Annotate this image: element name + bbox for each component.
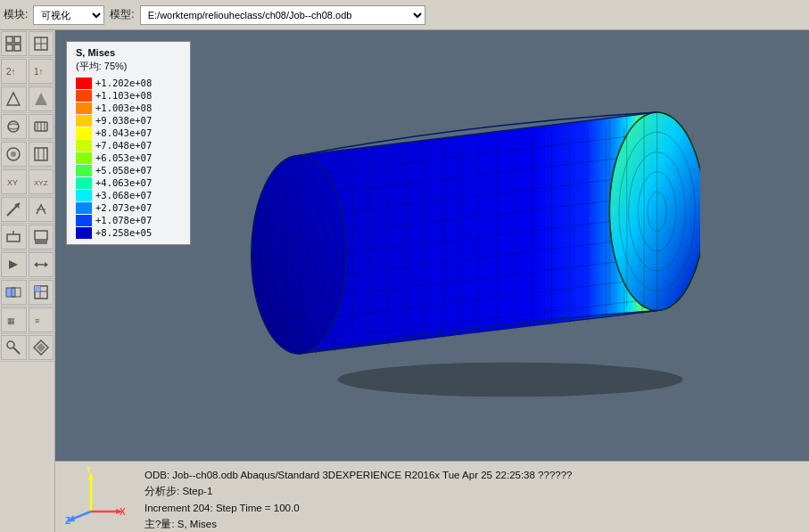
legend-color-swatch	[76, 190, 92, 201]
model-label: 模型:	[110, 7, 134, 22]
legend-entry: +4.063e+07	[76, 176, 181, 189]
legend-value-label: +8.258e+05	[95, 227, 152, 238]
legend-color-swatch	[76, 140, 92, 151]
tool-btn-12[interactable]: XYZ	[29, 169, 54, 194]
legend-value-label: +7.048e+07	[95, 140, 152, 151]
legend-value-label: +3.068e+07	[95, 190, 152, 201]
tool-btn-10[interactable]	[29, 142, 54, 167]
legend-entry: +1.202e+08	[76, 77, 181, 89]
svg-text:X: X	[120, 507, 126, 517]
legend-color-swatch	[76, 102, 92, 114]
svg-text:Y: Y	[86, 467, 92, 474]
cylinder-left-end	[251, 155, 345, 354]
legend-color-swatch	[76, 78, 92, 89]
cylinder-svg	[165, 86, 700, 406]
svg-marker-31	[9, 260, 18, 269]
svg-point-43	[7, 341, 14, 348]
info-text-block: ODB: Job--ch08.odb Abaqus/Standard 3DEXP…	[144, 467, 800, 532]
tool-btn-16[interactable]	[29, 225, 54, 250]
svg-marker-9	[7, 93, 20, 105]
legend-value-label: +5.058e+07	[95, 165, 152, 176]
viewport[interactable]: S, Mises (平均: 75%) +1.202e+08+1.103e+08+…	[55, 30, 809, 532]
tool-btn-13[interactable]	[1, 197, 27, 222]
legend-subtitle: (平均: 75%)	[76, 60, 181, 73]
svg-text:XYZ: XYZ	[34, 179, 48, 187]
svg-rect-19	[35, 148, 47, 160]
svg-text:XY: XY	[7, 178, 18, 187]
color-bar: +1.202e+08+1.103e+08+1.003e+08+9.038e+07…	[76, 77, 181, 239]
svg-marker-34	[34, 262, 37, 267]
legend-color-swatch	[76, 215, 92, 226]
tool-btn-17[interactable]	[1, 252, 27, 277]
tool-btn-5[interactable]	[1, 86, 27, 111]
cylinder-body	[299, 112, 657, 354]
tool-btn-4[interactable]: 1↑	[29, 59, 54, 84]
svg-rect-0	[6, 37, 12, 43]
tool-btn-22[interactable]: ≡	[29, 307, 54, 332]
tool-btn-23[interactable]	[1, 335, 27, 360]
tool-btn-3[interactable]: 2↑	[1, 59, 27, 84]
tool-btn-14[interactable]	[29, 197, 54, 222]
svg-rect-1	[14, 37, 21, 43]
legend-color-swatch	[76, 165, 92, 176]
svg-rect-28	[35, 231, 47, 240]
svg-rect-26	[7, 234, 20, 241]
tool-btn-11[interactable]: XY	[1, 169, 27, 194]
info-line-3: Increment 204: Step Time = 100.0	[144, 500, 800, 516]
legend-value-label: +2.073e+07	[95, 202, 152, 213]
svg-text:▦: ▦	[7, 316, 15, 325]
left-toolbar: 2↑ 1↑	[0, 30, 55, 532]
svg-rect-35	[6, 288, 15, 297]
svg-point-48	[337, 362, 682, 397]
axes-indicator: Y Z X	[64, 467, 127, 525]
tool-btn-20[interactable]	[29, 280, 54, 305]
model-select[interactable]: E:/worktemp/reliouheclass/ch08/Job--ch08…	[140, 5, 425, 25]
tool-btn-15[interactable]	[1, 225, 27, 250]
tool-btn-18[interactable]	[29, 252, 54, 277]
tool-btn-2[interactable]	[29, 31, 54, 56]
svg-marker-10	[35, 93, 47, 105]
tool-btn-24[interactable]	[29, 335, 54, 360]
tool-btn-1[interactable]	[1, 31, 27, 56]
tool-btn-8[interactable]	[29, 114, 54, 139]
legend-value-label: +9.038e+07	[95, 115, 152, 126]
legend-entry: +1.003e+08	[76, 102, 181, 114]
legend-entry: +2.073e+07	[76, 201, 181, 214]
legend-value-label: +1.103e+08	[95, 90, 152, 101]
tool-btn-7[interactable]	[1, 114, 27, 139]
svg-rect-40	[35, 286, 40, 291]
svg-line-44	[13, 348, 20, 354]
svg-rect-3	[14, 45, 21, 51]
module-select[interactable]: 可视化	[33, 5, 104, 25]
module-label: 模块:	[4, 7, 28, 22]
svg-text:2↑: 2↑	[6, 67, 16, 77]
legend-box: S, Mises (平均: 75%) +1.202e+08+1.103e+08+…	[66, 41, 191, 245]
svg-point-12	[8, 124, 19, 129]
legend-entry: +8.043e+07	[76, 127, 181, 139]
main-area: 2↑ 1↑	[0, 30, 809, 532]
tool-btn-19[interactable]	[1, 280, 27, 305]
legend-entry: +3.068e+07	[76, 189, 181, 201]
tool-btn-9[interactable]	[1, 142, 27, 167]
legend-color-swatch	[76, 127, 92, 139]
legend-color-swatch	[76, 227, 92, 239]
legend-entry: +8.258e+05	[76, 226, 181, 239]
legend-entry: +1.078e+07	[76, 214, 181, 226]
svg-point-18	[11, 151, 16, 157]
legend-color-swatch	[76, 177, 92, 189]
legend-value-label: +8.043e+07	[95, 127, 152, 138]
top-toolbar: 模块: 可视化 模型: E:/worktemp/reliouheclass/ch…	[0, 0, 809, 30]
tool-btn-21[interactable]: ▦	[1, 307, 27, 332]
info-line-1: ODB: Job--ch08.odb Abaqus/Standard 3DEXP…	[144, 467, 800, 483]
legend-entry: +6.053e+07	[76, 151, 181, 164]
tool-btn-6[interactable]	[29, 86, 54, 111]
legend-value-label: +1.003e+08	[95, 102, 152, 113]
legend-entry: +1.103e+08	[76, 89, 181, 102]
cylinder-right-end	[609, 112, 700, 311]
svg-point-11	[8, 121, 19, 132]
legend-color-swatch	[76, 202, 92, 214]
svg-marker-33	[45, 262, 48, 267]
legend-title: S, Mises	[76, 47, 181, 58]
legend-color-swatch	[76, 90, 92, 102]
svg-text:1↑: 1↑	[34, 67, 44, 77]
